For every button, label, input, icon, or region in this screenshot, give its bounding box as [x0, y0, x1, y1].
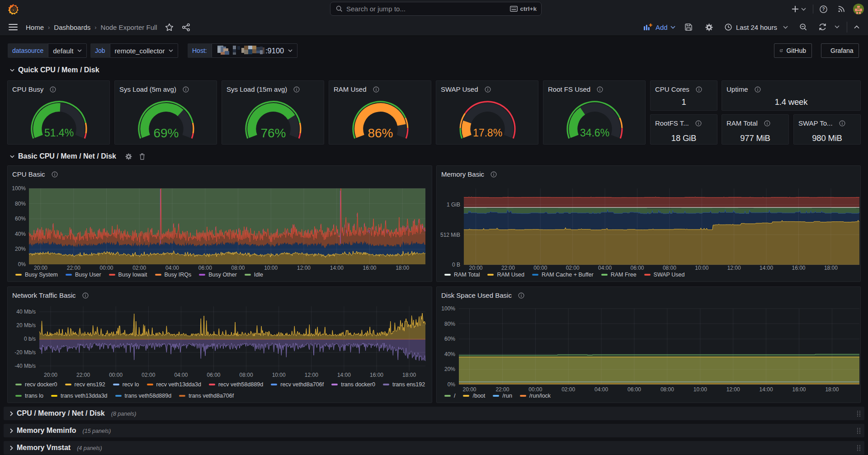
- svg-text:18:00: 18:00: [825, 386, 839, 393]
- svg-text:80%: 80%: [15, 201, 26, 207]
- svg-text:40%: 40%: [15, 231, 26, 237]
- svg-text:04:00: 04:00: [598, 265, 612, 271]
- svg-text:20%: 20%: [15, 246, 26, 252]
- svg-text:34.6%: 34.6%: [580, 127, 609, 139]
- svg-text:14:00: 14:00: [760, 265, 773, 271]
- svg-text:0%: 0%: [18, 261, 26, 267]
- svg-text:69%: 69%: [153, 126, 179, 140]
- svg-text:08:00: 08:00: [231, 265, 245, 271]
- svg-text::9100: :9100: [265, 47, 284, 55]
- svg-text:22:00: 22:00: [67, 265, 80, 271]
- svg-text:0%: 0%: [448, 381, 456, 388]
- svg-text:14:00: 14:00: [337, 372, 351, 378]
- svg-text:512 MiB: 512 MiB: [440, 232, 460, 238]
- svg-text:-40 Mb/s: -40 Mb/s: [14, 363, 36, 369]
- svg-text:02:00: 02:00: [142, 372, 155, 378]
- svg-text:00:00: 00:00: [99, 265, 113, 271]
- svg-text:18:00: 18:00: [402, 372, 416, 378]
- svg-text:12:00: 12:00: [726, 386, 740, 393]
- svg-text:18:00: 18:00: [396, 265, 409, 271]
- svg-text:14:00: 14:00: [330, 265, 344, 271]
- svg-text:17.8%: 17.8%: [473, 127, 502, 139]
- svg-text:22:00: 22:00: [501, 265, 515, 271]
- svg-text:-20 Mb/s: -20 Mb/s: [14, 349, 36, 356]
- svg-text:02:00: 02:00: [132, 265, 146, 271]
- svg-text:20 Mb/s: 20 Mb/s: [16, 322, 36, 328]
- svg-text:20:00: 20:00: [34, 265, 47, 271]
- svg-text:08:00: 08:00: [660, 386, 674, 393]
- svg-text:16:00: 16:00: [370, 372, 383, 378]
- svg-text:10:00: 10:00: [264, 265, 278, 271]
- svg-text:02:00: 02:00: [566, 265, 580, 271]
- svg-text:08:00: 08:00: [240, 372, 253, 378]
- svg-text:76%: 76%: [260, 126, 286, 140]
- svg-text:20%: 20%: [444, 366, 455, 372]
- svg-text:86%: 86%: [368, 126, 393, 140]
- svg-text:16:00: 16:00: [792, 386, 806, 393]
- svg-text:60%: 60%: [444, 336, 455, 342]
- svg-text:06:00: 06:00: [198, 265, 212, 271]
- svg-text:20:00: 20:00: [44, 372, 57, 378]
- svg-text:12:00: 12:00: [727, 265, 741, 271]
- svg-text:02:00: 02:00: [561, 386, 575, 393]
- svg-text:20:00: 20:00: [462, 386, 476, 393]
- svg-text:06:00: 06:00: [630, 265, 644, 271]
- svg-text:06:00: 06:00: [207, 372, 220, 378]
- svg-text:0 B: 0 B: [452, 262, 460, 268]
- svg-text:22:00: 22:00: [495, 386, 509, 393]
- svg-text:00:00: 00:00: [528, 386, 542, 393]
- svg-text:16:00: 16:00: [792, 265, 805, 271]
- svg-text:04:00: 04:00: [174, 372, 188, 378]
- svg-text:12:00: 12:00: [305, 372, 318, 378]
- svg-text:16:00: 16:00: [363, 265, 376, 271]
- svg-text:00:00: 00:00: [109, 372, 123, 378]
- svg-text:51.4%: 51.4%: [44, 127, 74, 139]
- svg-text:100%: 100%: [441, 305, 455, 312]
- svg-text:0 b/s: 0 b/s: [24, 336, 36, 342]
- svg-text:60%: 60%: [15, 216, 26, 222]
- svg-text:100%: 100%: [12, 185, 26, 192]
- svg-text:10:00: 10:00: [272, 372, 286, 378]
- svg-text:18:00: 18:00: [824, 265, 838, 271]
- svg-text:04:00: 04:00: [165, 265, 179, 271]
- svg-text:22:00: 22:00: [76, 372, 90, 378]
- svg-text:04:00: 04:00: [594, 386, 608, 393]
- svg-text:?: ?: [822, 7, 825, 12]
- svg-text:10:00: 10:00: [693, 386, 707, 393]
- svg-text:08:00: 08:00: [663, 265, 676, 271]
- svg-text:80%: 80%: [444, 321, 455, 327]
- svg-text:12:00: 12:00: [297, 265, 311, 271]
- svg-text:1 GiB: 1 GiB: [447, 202, 460, 208]
- svg-text:06:00: 06:00: [627, 386, 641, 393]
- svg-text:20:00: 20:00: [469, 265, 482, 271]
- svg-text:40 Mb/s: 40 Mb/s: [16, 309, 36, 315]
- svg-text:14:00: 14:00: [760, 386, 773, 393]
- svg-text:00:00: 00:00: [533, 265, 547, 271]
- svg-text:10:00: 10:00: [695, 265, 708, 271]
- svg-text:40%: 40%: [444, 351, 455, 357]
